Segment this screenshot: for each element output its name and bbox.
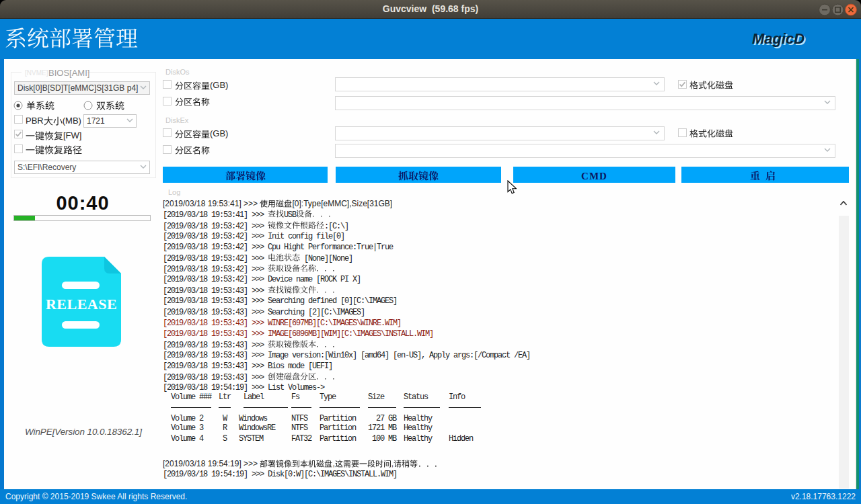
- svg-text:RELEASE: RELEASE: [46, 296, 117, 312]
